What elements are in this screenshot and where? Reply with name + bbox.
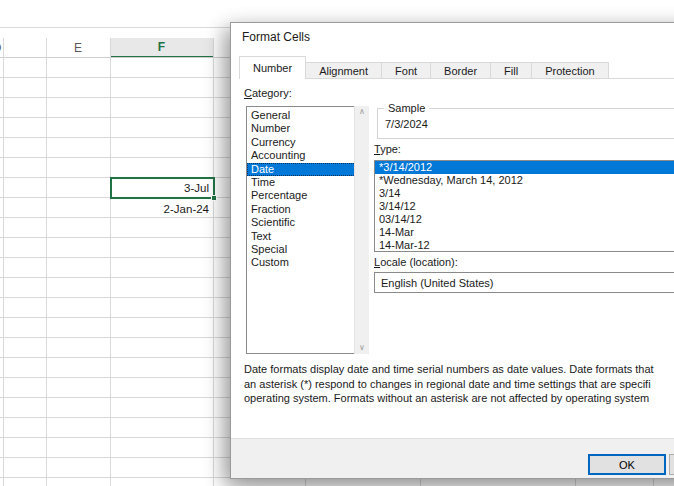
screen: D E F 3-Jul 2-Jan-24 Format Cells Number… (0, 0, 674, 486)
scroll-down-icon[interactable]: ∨ (359, 344, 365, 352)
category-label-mnemonic: C (244, 87, 252, 99)
description-line: Date formats display date and time seria… (244, 362, 654, 377)
gridline (46, 38, 47, 486)
tab-protection[interactable]: Protection (532, 62, 609, 79)
type-item[interactable]: 3/14 (375, 187, 674, 200)
type-item[interactable]: 14-Mar (375, 226, 674, 239)
ok-button[interactable]: OK (588, 454, 666, 475)
cell-below-selection[interactable]: 2-Jan-24 (110, 199, 213, 218)
category-item[interactable]: Number (247, 122, 368, 135)
locale-dropdown[interactable]: English (United States) (374, 272, 674, 293)
category-item[interactable]: Special (247, 243, 368, 256)
gridline (3, 38, 4, 486)
description-line: operating system. Formats without an ast… (244, 391, 654, 406)
format-cells-dialog: Format Cells Number Alignment Font Borde… (230, 22, 674, 479)
sample-value: 7/3/2024 (385, 118, 428, 130)
category-description: Date formats display date and time seria… (244, 362, 654, 406)
category-item[interactable]: Accounting (247, 149, 368, 162)
category-item[interactable]: General (247, 109, 368, 122)
tab-fill[interactable]: Fill (491, 62, 532, 79)
category-item[interactable]: Text (247, 230, 368, 243)
category-label: Category: (244, 87, 292, 99)
type-label-rest: ype: (380, 143, 401, 155)
type-item[interactable]: 14-Mar-12 (375, 239, 674, 252)
column-header-f[interactable]: F (110, 38, 213, 58)
tab-font[interactable]: Font (382, 62, 431, 79)
category-item[interactable]: Custom (247, 256, 368, 269)
gridline (213, 38, 214, 486)
tab-number[interactable]: Number (239, 56, 306, 79)
sample-legend: Sample (384, 102, 429, 114)
gridline (110, 38, 111, 486)
category-item[interactable]: Time (247, 176, 368, 189)
description-line: an asterisk (*) respond to changes in re… (244, 377, 654, 392)
category-scrollbar[interactable]: ∧ ∨ (354, 106, 369, 354)
tab-alignment[interactable]: Alignment (306, 62, 382, 79)
category-item-selected[interactable]: Date (247, 163, 368, 176)
category-listbox[interactable]: General Number Currency Accounting Date … (246, 106, 369, 354)
category-label-rest: ategory: (252, 87, 292, 99)
sample-groupbox: Sample 7/3/2024 (377, 108, 674, 139)
selected-cell[interactable]: 3-Jul (110, 177, 215, 199)
category-list: General Number Currency Accounting Date … (246, 106, 369, 354)
type-item[interactable]: 3/14/12 (375, 200, 674, 213)
type-label: Type: (374, 143, 401, 155)
type-item[interactable]: *Wednesday, March 14, 2012 (375, 174, 674, 187)
locale-label-rest: ocale (location): (380, 256, 458, 268)
category-item[interactable]: Fraction (247, 203, 368, 216)
column-header-e[interactable]: E (46, 38, 110, 58)
type-item-selected[interactable]: *3/14/2012 (375, 161, 674, 174)
tab-border[interactable]: Border (431, 62, 491, 79)
locale-label: Locale (location): (374, 256, 458, 268)
dialog-title: Format Cells (242, 30, 310, 44)
category-item[interactable]: Scientific (247, 216, 368, 229)
scroll-up-icon[interactable]: ∧ (359, 108, 365, 116)
cancel-button[interactable] (669, 454, 674, 475)
tab-strip: Number Alignment Font Border Fill Protec… (239, 56, 609, 79)
category-item[interactable]: Percentage (247, 189, 368, 202)
type-item[interactable]: 03/14/12 (375, 213, 674, 226)
category-item[interactable]: Currency (247, 136, 368, 149)
dialog-footer: OK (231, 438, 674, 478)
type-listbox[interactable]: *3/14/2012 *Wednesday, March 14, 2012 3/… (374, 160, 674, 252)
